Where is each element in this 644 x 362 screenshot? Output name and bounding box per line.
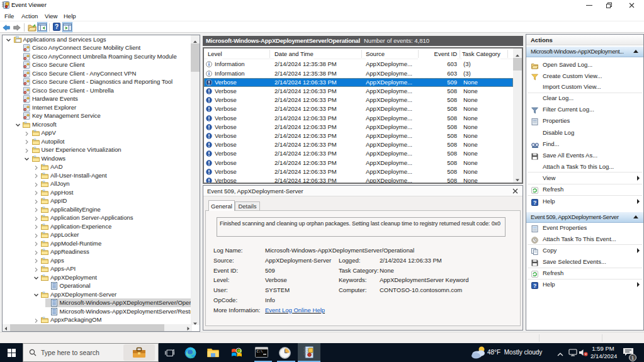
svg-text:?: ?	[533, 283, 536, 289]
svg-text:C:\: C:\	[257, 349, 263, 354]
svg-text:?: ?	[55, 23, 59, 30]
svg-text:?: ?	[533, 199, 536, 205]
